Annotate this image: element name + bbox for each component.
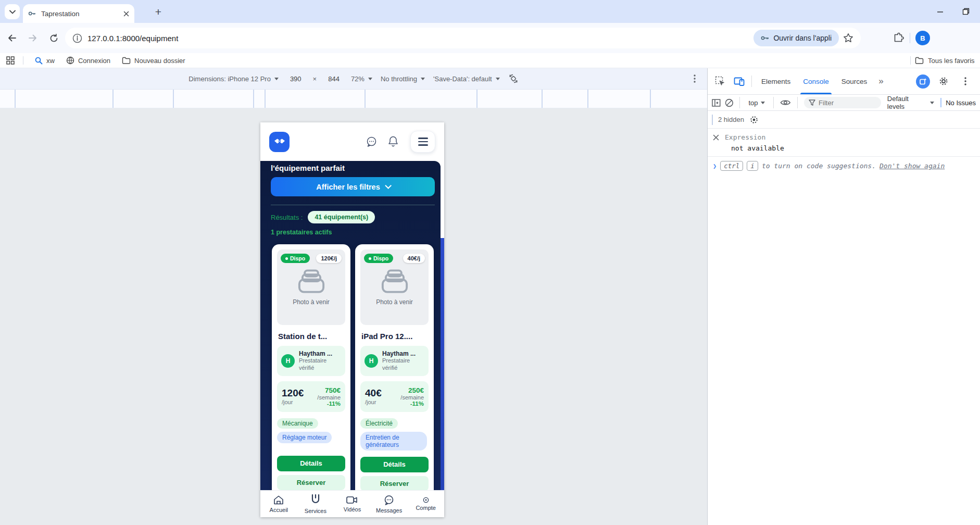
bookmark-folder-nouveau-dossier[interactable]: Nouveau dossier <box>122 57 185 65</box>
price-per-week: 250€ <box>400 386 424 394</box>
console-prompt-chevron-icon[interactable]: ❯ <box>713 162 717 170</box>
reserve-button[interactable]: Réserver <box>277 475 345 490</box>
show-filters-button[interactable]: Afficher les filtres <box>271 177 435 196</box>
dont-show-again-link[interactable]: Don't show again <box>880 162 945 170</box>
ai-assistant-button[interactable] <box>916 74 930 89</box>
url-text[interactable]: 127.0.0.1:8000/equipment <box>87 34 753 43</box>
nav-item-services[interactable]: Services <box>297 491 334 517</box>
home-icon <box>273 495 284 505</box>
browser-tab[interactable]: Taprestation <box>23 4 134 23</box>
bottom-navigation: Accueil Services Vidéos <box>260 490 444 517</box>
rotate-device-icon[interactable] <box>508 73 519 84</box>
restore-window-icon[interactable] <box>962 8 970 15</box>
more-tabs-button[interactable]: » <box>874 76 888 86</box>
ruler-tick <box>15 90 16 108</box>
price-box: 40€ /jour 250€ /semaine -11% <box>360 381 429 412</box>
log-levels-select[interactable]: Default levels <box>885 95 936 110</box>
provider-avatar: H <box>281 354 295 368</box>
nav-label: Services <box>305 508 326 514</box>
live-expression-eye-icon[interactable] <box>780 99 791 106</box>
menu-button[interactable] <box>410 131 435 153</box>
all-bookmarks-label: Tous les favoris <box>928 57 975 65</box>
all-bookmarks[interactable]: Tous les favoris <box>910 56 975 65</box>
extensions-icon[interactable] <box>893 32 904 44</box>
throttling-select[interactable]: No throttling <box>381 75 425 83</box>
save-data-select[interactable]: 'Save-Data': default <box>433 75 500 83</box>
execution-context-select[interactable]: top <box>746 99 767 107</box>
equipment-card: Dispo 120€/j Photo à venir Station de t.… <box>272 244 350 490</box>
media-query-ruler[interactable] <box>0 90 707 108</box>
site-favicon-key-icon <box>28 9 36 18</box>
tab-close-icon[interactable] <box>123 11 129 17</box>
service-tag: Entretien de générateurs <box>360 432 427 451</box>
provider-status: Prestataire vérifié <box>299 357 341 372</box>
dot-icon <box>369 257 371 260</box>
equipment-cards-row: Dispo 120€/j Photo à venir Station de t.… <box>272 244 435 490</box>
reserve-button[interactable]: Réserver <box>360 476 429 491</box>
app-header <box>260 122 444 161</box>
app-logo[interactable] <box>269 132 290 152</box>
caret-down-icon <box>930 102 934 104</box>
emulated-viewport-background: l'équipement parfait Afficher les filtre… <box>0 108 707 525</box>
issues-counter[interactable]: No Issues <box>946 99 976 107</box>
price-badge: 120€/j <box>316 254 342 263</box>
apps-grid-button[interactable] <box>6 56 15 65</box>
price-per-day: 120€ <box>282 388 304 399</box>
viewport-width-input[interactable]: 390 <box>287 74 305 84</box>
details-button[interactable]: Détails <box>360 457 429 472</box>
tab-sources[interactable]: Sources <box>836 68 873 94</box>
details-button[interactable]: Détails <box>277 456 345 471</box>
hero-section: l'équipement parfait Afficher les filtre… <box>260 161 441 490</box>
site-info-icon[interactable] <box>72 33 82 43</box>
nav-item-compte[interactable]: Compte <box>407 491 444 517</box>
nav-item-messages[interactable]: Messages <box>371 491 408 517</box>
kebab-menu-icon <box>694 74 696 83</box>
viewport-height-input[interactable]: 844 <box>325 74 343 84</box>
device-toolbar-icon <box>734 77 745 86</box>
address-bar[interactable]: 127.0.0.1:8000/equipment Ouvrir dans l'a… <box>65 28 861 48</box>
bookmark-star-button[interactable] <box>839 29 858 47</box>
price-per-week: 750€ <box>317 386 341 394</box>
console-filter[interactable] <box>804 97 881 108</box>
equipment-title: Station de t... <box>278 332 344 341</box>
new-tab-button[interactable]: + <box>151 5 166 19</box>
keycap-ctrl: ctrl <box>720 161 743 171</box>
close-expression-icon[interactable] <box>713 134 719 141</box>
toggle-device-toolbar-button[interactable] <box>731 73 747 90</box>
expression-placeholder[interactable]: Expression <box>725 133 765 141</box>
console-sidebar-toggle-icon[interactable] <box>712 99 721 107</box>
search-icon <box>35 57 43 65</box>
app-scroll-content[interactable]: l'équipement parfait Afficher les filtre… <box>260 161 444 490</box>
clear-console-icon[interactable] <box>725 98 734 107</box>
minimize-icon[interactable] <box>937 8 944 15</box>
tab-console[interactable]: Console <box>798 68 834 94</box>
bookmark-item-connexion[interactable]: Connexion <box>66 56 110 65</box>
hidden-count-label: 2 hidden <box>718 116 744 123</box>
inspect-element-button[interactable] <box>712 73 728 90</box>
ruler-tick <box>587 90 588 108</box>
availability-badge: Dispo <box>281 254 310 263</box>
nav-item-videos[interactable]: Vidéos <box>334 491 371 517</box>
tab-elements[interactable]: Elements <box>756 68 796 94</box>
chat-button[interactable] <box>365 135 378 148</box>
device-dimensions-select[interactable]: Dimensions: iPhone 12 Pro <box>189 75 279 83</box>
bookmark-item-xw[interactable]: xw <box>35 57 55 65</box>
tools-icon <box>309 494 322 506</box>
devtools-menu-button[interactable] <box>957 73 974 90</box>
open-in-app-chip[interactable]: Ouvrir dans l'appli <box>753 30 839 46</box>
nav-item-accueil[interactable]: Accueil <box>260 491 297 517</box>
profile-avatar[interactable]: B <box>915 31 930 45</box>
back-button[interactable] <box>3 29 21 47</box>
tab-search-button[interactable] <box>5 4 20 19</box>
filter-settings-gear-icon[interactable] <box>749 115 759 124</box>
forward-button[interactable] <box>24 29 42 47</box>
console-filter-input[interactable] <box>819 99 871 107</box>
results-label: Résultats : <box>271 214 303 221</box>
devtools-settings-button[interactable] <box>935 73 952 90</box>
device-toolbar-menu-button[interactable] <box>694 74 696 83</box>
globe-icon <box>66 56 74 65</box>
zoom-select[interactable]: 72% <box>351 75 372 83</box>
reload-button[interactable] <box>45 29 62 47</box>
bell-icon <box>387 135 399 148</box>
notifications-button[interactable] <box>386 135 400 148</box>
